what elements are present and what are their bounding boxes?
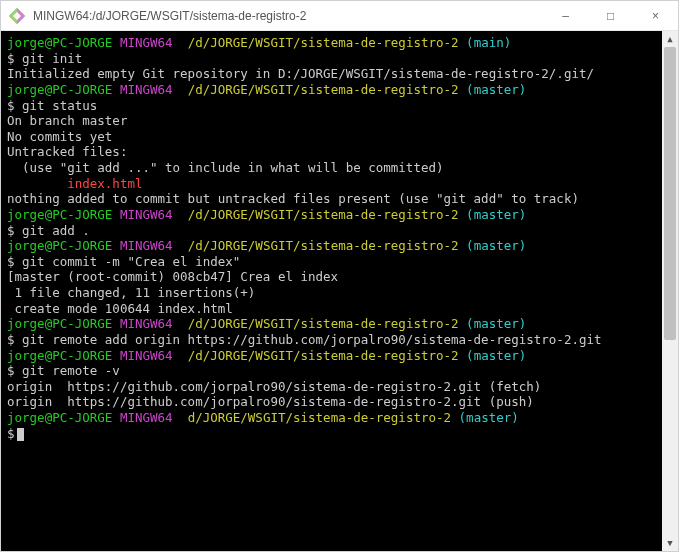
output-line: index.html bbox=[7, 176, 656, 192]
window-title: MINGW64:/d/JORGE/WSGIT/sistema-de-regist… bbox=[33, 9, 306, 23]
output-line: (use "git add ..." to include in what wi… bbox=[7, 160, 656, 176]
scroll-track[interactable] bbox=[662, 47, 678, 535]
command-line: $ git status bbox=[7, 98, 656, 114]
command-line: $ git add . bbox=[7, 223, 656, 239]
output-line: On branch master bbox=[7, 113, 656, 129]
terminal-area: jorge@PC-JORGE MINGW64 /d/JORGE/WSGIT/si… bbox=[1, 31, 678, 551]
command-line: $ git remote -v bbox=[7, 363, 656, 379]
maximize-icon: □ bbox=[607, 9, 614, 23]
output-line: No commits yet bbox=[7, 129, 656, 145]
prompt-line: jorge@PC-JORGE MINGW64 /d/JORGE/WSGIT/si… bbox=[7, 82, 656, 98]
scroll-down-icon[interactable]: ▼ bbox=[662, 535, 678, 551]
prompt-line: jorge@PC-JORGE MINGW64 /d/JORGE/WSGIT/si… bbox=[7, 35, 656, 51]
output-line: create mode 100644 index.html bbox=[7, 301, 656, 317]
prompt-line: jorge@PC-JORGE MINGW64 /d/JORGE/WSGIT/si… bbox=[7, 348, 656, 364]
close-button[interactable]: × bbox=[633, 1, 678, 31]
terminal-output[interactable]: jorge@PC-JORGE MINGW64 /d/JORGE/WSGIT/si… bbox=[1, 31, 662, 551]
minimize-button[interactable]: – bbox=[543, 1, 588, 31]
output-line: origin https://github.com/jorpalro90/sis… bbox=[7, 379, 656, 395]
command-line: $ bbox=[7, 426, 656, 442]
output-line: Untracked files: bbox=[7, 144, 656, 160]
maximize-button[interactable]: □ bbox=[588, 1, 633, 31]
cursor bbox=[17, 428, 24, 441]
command-line: $ git remote add origin https://github.c… bbox=[7, 332, 656, 348]
scrollbar[interactable]: ▲ ▼ bbox=[662, 31, 678, 551]
scroll-thumb[interactable] bbox=[664, 47, 676, 340]
output-line: origin https://github.com/jorpalro90/sis… bbox=[7, 394, 656, 410]
prompt-line: jorge@PC-JORGE MINGW64 d/JORGE/WSGIT/sis… bbox=[7, 410, 656, 426]
output-line: [master (root-commit) 008cb47] Crea el i… bbox=[7, 269, 656, 285]
terminal-window: MINGW64:/d/JORGE/WSGIT/sistema-de-regist… bbox=[0, 0, 679, 552]
prompt-line: jorge@PC-JORGE MINGW64 /d/JORGE/WSGIT/si… bbox=[7, 238, 656, 254]
close-icon: × bbox=[652, 9, 659, 23]
output-line: nothing added to commit but untracked fi… bbox=[7, 191, 656, 207]
command-line: $ git commit -m "Crea el index" bbox=[7, 254, 656, 270]
minimize-icon: – bbox=[562, 9, 569, 23]
titlebar[interactable]: MINGW64:/d/JORGE/WSGIT/sistema-de-regist… bbox=[1, 1, 678, 31]
command-line: $ git init bbox=[7, 51, 656, 67]
prompt-line: jorge@PC-JORGE MINGW64 /d/JORGE/WSGIT/si… bbox=[7, 207, 656, 223]
output-line: Initialized empty Git repository in D:/J… bbox=[7, 66, 656, 82]
scroll-up-icon[interactable]: ▲ bbox=[662, 31, 678, 47]
app-icon bbox=[9, 8, 25, 24]
output-line: 1 file changed, 11 insertions(+) bbox=[7, 285, 656, 301]
prompt-line: jorge@PC-JORGE MINGW64 /d/JORGE/WSGIT/si… bbox=[7, 316, 656, 332]
